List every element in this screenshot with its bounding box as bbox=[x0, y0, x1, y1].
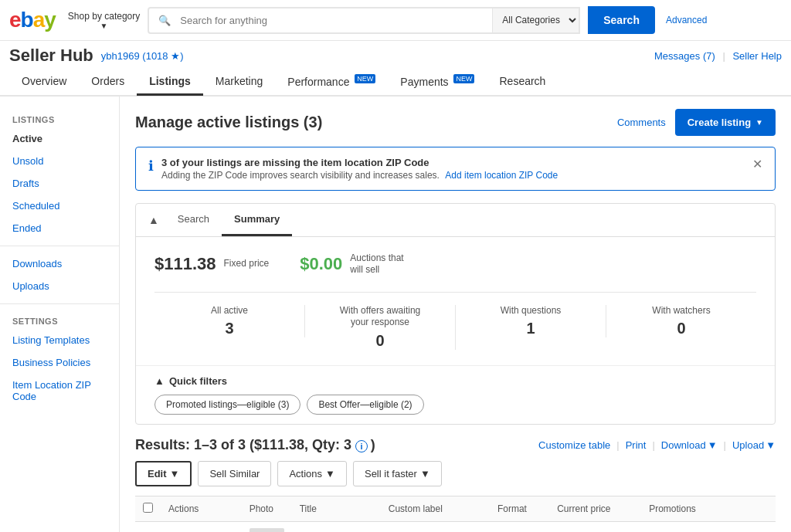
category-select[interactable]: All Categories bbox=[492, 8, 579, 32]
panel-tab-search[interactable]: Search bbox=[165, 204, 222, 236]
sidebar-divider-1 bbox=[0, 246, 119, 246]
edit-caret: ▼ bbox=[170, 468, 180, 479]
shop-by-category[interactable]: Shop by category ▼ bbox=[68, 11, 140, 30]
alert-close-button[interactable]: ✕ bbox=[752, 157, 762, 171]
results-title: Results: 1–3 of 3 ($111.38, Qty: 3 i ) bbox=[135, 437, 375, 453]
sidebar-item-active[interactable]: Active bbox=[0, 127, 119, 150]
sidebar-item-drafts[interactable]: Drafts bbox=[0, 172, 119, 195]
stat-all-active-value: 3 bbox=[154, 320, 304, 337]
alert-action-link[interactable]: Add item location ZIP Code bbox=[445, 170, 558, 181]
actions-caret: ▼ bbox=[325, 468, 335, 479]
tab-payments[interactable]: Payments NEW bbox=[388, 69, 487, 97]
listings-table: Actions Photo Title Custom label Format … bbox=[135, 496, 776, 532]
quick-filters-header[interactable]: ▲ Quick filters bbox=[154, 375, 756, 387]
create-listing-caret: ▼ bbox=[755, 118, 763, 127]
sidebar-item-unsold[interactable]: Unsold bbox=[0, 150, 119, 172]
seller-help-link[interactable]: Seller Help bbox=[732, 50, 782, 62]
th-current-price: Current price bbox=[549, 496, 641, 522]
content-actions: Comments Create listing ▼ bbox=[617, 109, 776, 136]
tab-overview[interactable]: Overview bbox=[9, 69, 79, 96]
summary-panel: ▲ Search Summary $111.38 Fixed price $0.… bbox=[135, 203, 776, 425]
nav-tabs: Overview Orders Listings Marketing Perfo… bbox=[0, 69, 791, 97]
row-checkbox bbox=[135, 522, 161, 532]
action-buttons-row: Edit ▼ Sell Similar Actions ▼ Sell it fa… bbox=[135, 461, 776, 486]
print-link[interactable]: Print bbox=[626, 439, 647, 451]
results-info-icon[interactable]: i bbox=[355, 440, 368, 452]
logo-e: e bbox=[9, 8, 21, 32]
stat-watchers-value: 0 bbox=[606, 320, 756, 337]
row-action: Edit ▼ bbox=[161, 522, 242, 532]
sell-it-faster-button[interactable]: Sell it faster ▼ bbox=[353, 461, 442, 486]
stat-offers-awaiting: With offers awaitingyour response 0 bbox=[305, 305, 456, 350]
select-all-checkbox[interactable] bbox=[143, 503, 153, 513]
create-listing-button[interactable]: Create listing ▼ bbox=[675, 109, 776, 136]
stat-all-active: All active 3 bbox=[154, 305, 305, 338]
filter-chips: Promoted listings—eligible (3) Best Offe… bbox=[154, 395, 756, 415]
sidebar-item-scheduled[interactable]: Scheduled bbox=[0, 195, 119, 217]
settings-section-label: SETTINGS bbox=[0, 310, 119, 329]
stat-all-active-label: All active bbox=[154, 305, 304, 317]
row-custom-label: CJJJRHD0041 bbox=[381, 522, 490, 532]
main-layout: LISTINGS Active Unsold Drafts Scheduled … bbox=[0, 97, 791, 532]
alert-banner: ℹ 3 of your listings are missing the ite… bbox=[135, 147, 776, 191]
row-format: 🔒 bbox=[490, 522, 549, 532]
sidebar-item-uploads[interactable]: Uploads bbox=[0, 275, 119, 297]
sidebar-item-downloads[interactable]: Downloads bbox=[0, 252, 119, 275]
upload-button[interactable]: Upload ▼ bbox=[732, 439, 776, 451]
table-row: Edit ▼ Folding grill CJJJRHD0041 🔒 $59.9… bbox=[135, 522, 776, 532]
stat-offers-value: 0 bbox=[305, 332, 455, 350]
sidebar-item-ended[interactable]: Ended bbox=[0, 217, 119, 239]
tab-marketing[interactable]: Marketing bbox=[203, 69, 275, 96]
panel-tab-summary[interactable]: Summary bbox=[222, 204, 292, 236]
logo-a: a bbox=[33, 8, 45, 32]
seller-username[interactable]: ybh1969 (1018 ★) bbox=[101, 50, 184, 62]
quick-filters-collapse-icon: ▲ bbox=[154, 375, 165, 387]
seller-hub-bar: Seller Hub ybh1969 (1018 ★) Messages (7)… bbox=[0, 41, 791, 66]
edit-button[interactable]: Edit ▼ bbox=[135, 461, 192, 486]
summary-prices: $111.38 Fixed price $0.00 Auctions that … bbox=[154, 252, 756, 276]
sell-similar-button[interactable]: Sell Similar bbox=[198, 461, 271, 486]
comments-link[interactable]: Comments bbox=[617, 117, 666, 128]
customize-table-link[interactable]: Customize table bbox=[538, 439, 610, 451]
quick-filters-label: Quick filters bbox=[169, 375, 227, 387]
filter-chip-best-offer[interactable]: Best Offer—eligible (2) bbox=[307, 395, 423, 415]
fixed-price-label: Fixed price bbox=[224, 258, 270, 270]
tab-performance[interactable]: Performance NEW bbox=[275, 69, 388, 97]
shop-by-arrow: ▼ bbox=[100, 22, 108, 30]
auction-price-label: Auctions that will sell bbox=[350, 252, 412, 276]
advanced-link[interactable]: Advanced bbox=[666, 15, 707, 25]
sidebar-item-business-policies[interactable]: Business Policies bbox=[0, 351, 119, 374]
tab-orders[interactable]: Orders bbox=[79, 69, 137, 96]
panel-collapse-button[interactable]: ▲ bbox=[148, 206, 165, 234]
summary-divider bbox=[154, 292, 756, 293]
auction-price-amount: $0.00 bbox=[300, 254, 342, 274]
results-bar: Results: 1–3 of 3 ($111.38, Qty: 3 i ) C… bbox=[135, 437, 776, 453]
download-button[interactable]: Download ▼ bbox=[661, 439, 718, 451]
sidebar: LISTINGS Active Unsold Drafts Scheduled … bbox=[0, 97, 120, 532]
sidebar-item-listing-templates[interactable]: Listing Templates bbox=[0, 329, 119, 351]
search-input[interactable] bbox=[177, 8, 492, 32]
filter-chip-promoted[interactable]: Promoted listings—eligible (3) bbox=[154, 395, 300, 415]
alert-description: Adding the ZIP Code improves search visi… bbox=[161, 170, 745, 181]
stat-watchers-label: With watchers bbox=[606, 305, 756, 317]
search-button[interactable]: Search bbox=[588, 6, 655, 34]
fixed-price-amount: $111.38 bbox=[154, 254, 216, 274]
results-divider-3: | bbox=[724, 439, 726, 451]
seller-hub-title: Seller Hub bbox=[9, 46, 93, 66]
th-custom-label: Custom label bbox=[381, 496, 490, 522]
sidebar-item-zip-code[interactable]: Item Location ZIP Code bbox=[0, 374, 119, 408]
tab-research[interactable]: Research bbox=[487, 69, 558, 96]
ebay-logo[interactable]: ebay bbox=[9, 8, 56, 32]
messages-link[interactable]: Messages (7) bbox=[654, 50, 715, 62]
alert-content: 3 of your listings are missing the item … bbox=[161, 157, 745, 181]
th-format: Format bbox=[490, 496, 549, 522]
stat-watchers: With watchers 0 bbox=[606, 305, 756, 338]
sidebar-divider-2 bbox=[0, 303, 119, 304]
actions-button[interactable]: Actions ▼ bbox=[277, 461, 347, 486]
th-title: Title bbox=[292, 496, 381, 522]
tab-listings[interactable]: Listings bbox=[137, 69, 203, 96]
fixed-price-block: $111.38 Fixed price bbox=[154, 254, 269, 274]
hub-divider: | bbox=[722, 50, 728, 62]
hub-links: Messages (7) | Seller Help bbox=[654, 50, 782, 62]
alert-icon: ℹ bbox=[148, 158, 154, 175]
